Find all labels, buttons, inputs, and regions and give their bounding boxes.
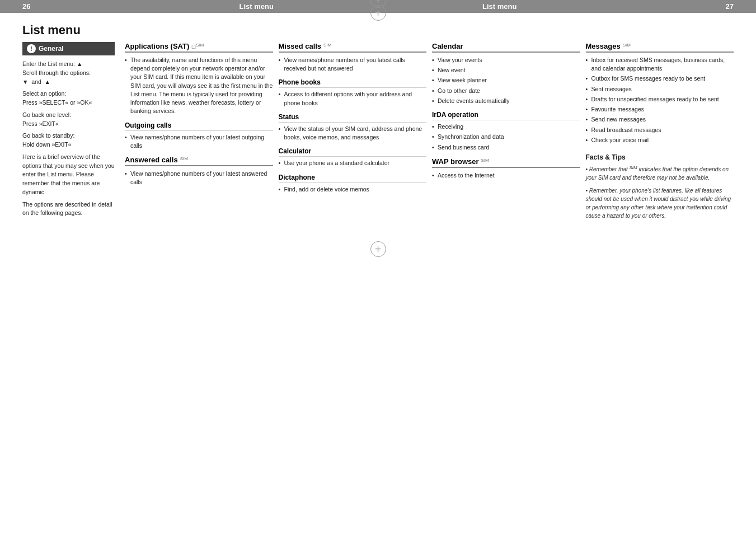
sidebar-para-1: Enter the List menu: ▲Scroll through the… xyxy=(22,60,115,86)
messages-title: Messages xyxy=(586,42,621,50)
exclaim-icon: ! xyxy=(27,44,36,53)
list-item: View names/phone numbers of you latest c… xyxy=(279,56,427,73)
list-item: Send business card xyxy=(432,143,580,152)
applications-heading: Applications (SAT) ☐︎SIM xyxy=(125,42,273,53)
calculator-heading: Calculator xyxy=(279,147,427,157)
list-item: Delete events automatically xyxy=(432,97,580,105)
answered-calls-heading: Answered calls SIM xyxy=(125,156,273,166)
page-number-right: 27 xyxy=(726,2,734,11)
sidebar-text: Enter the List menu: ▲Scroll through the… xyxy=(22,60,115,218)
sidebar-para-4: Go back to standby:Hold down »EXIT« xyxy=(22,132,115,149)
wap-browser-heading: WAP browser SIM xyxy=(432,157,580,168)
page-number-left: 26 xyxy=(22,2,30,11)
header-wrapper: 26 List menu List menu 27 xyxy=(0,0,756,13)
messages-sim-icon: SIM xyxy=(623,43,631,50)
applications-title: Applications (SAT) xyxy=(125,42,189,50)
list-item: Synchronization and data xyxy=(432,133,580,141)
status-heading: Status xyxy=(279,113,427,123)
irda-bullets: Receiving Synchronization and data Send … xyxy=(432,123,580,152)
list-item: Outbox for SMS messages ready to be sent xyxy=(586,74,734,83)
wap-browser-bullets: Access to the Internet xyxy=(432,171,580,180)
wap-browser-sim-icon: SIM xyxy=(481,158,489,165)
sidebar-para-5: Here is a brief overview of the options … xyxy=(22,153,115,197)
list-item: Use your phone as a standard calculator xyxy=(279,159,427,167)
col-calendar: Calendar View your events New event View… xyxy=(432,42,580,224)
wap-browser-title: WAP browser xyxy=(432,157,479,166)
list-item: Find, add or delete voice memos xyxy=(279,185,427,194)
calendar-heading: Calendar xyxy=(432,42,580,53)
dictaphone-heading: Dictaphone xyxy=(279,174,427,183)
crosshair-page-bottom xyxy=(370,241,386,257)
list-item: Read broadcast messages xyxy=(586,126,734,134)
sidebar: ! General Enter the List menu: ▲Scroll t… xyxy=(22,42,115,224)
messages-heading: Messages SIM xyxy=(586,42,734,53)
list-item: Sent messages xyxy=(586,85,734,93)
list-item: The availability, name and functions of … xyxy=(125,56,273,116)
applications-bullets: The availability, name and functions of … xyxy=(125,56,273,116)
messages-bullets: Inbox for received SMS messages, busines… xyxy=(586,56,734,144)
facts-tips-text: • Remember that SIM indicates that the o… xyxy=(586,165,734,220)
facts-tip-1: • Remember that SIM indicates that the o… xyxy=(586,165,734,182)
irda-heading: IrDA operation xyxy=(432,111,580,120)
page-wrapper: 26 List menu List menu 27 List menu ! Ge… xyxy=(0,0,756,258)
list-item: Access to different options with your ad… xyxy=(279,90,427,107)
list-item: View week planner xyxy=(432,76,580,85)
list-item: View your events xyxy=(432,56,580,64)
general-box: ! General xyxy=(22,42,115,55)
list-item: Go to other date xyxy=(432,87,580,95)
sidebar-para-6: The options are described in detail on t… xyxy=(22,200,115,218)
bottom-area xyxy=(0,241,756,258)
calendar-bullets: View your events New event View week pla… xyxy=(432,56,580,105)
answered-calls-bullets: View names/phone numbers of your latest … xyxy=(125,170,273,186)
columns: Applications (SAT) ☐︎SIM The availabilit… xyxy=(125,42,734,224)
header-title-right: List menu xyxy=(482,2,516,11)
facts-tips-heading: Facts & Tips xyxy=(586,153,734,161)
list-item: Favourite messages xyxy=(586,105,734,114)
calendar-title: Calendar xyxy=(432,42,463,50)
list-item: Access to the Internet xyxy=(432,171,580,180)
status-bullets: View the status of your SIM card, addres… xyxy=(279,125,427,142)
crosshair-bottom xyxy=(370,5,386,21)
list-item: New event xyxy=(432,66,580,74)
page-title: List menu xyxy=(22,23,734,38)
sidebar-para-2: Select an option:Press »SELECT« or »OK« xyxy=(22,90,115,107)
col-missed-calls: Missed calls SIM View names/phone number… xyxy=(279,42,427,224)
header-title-left: List menu xyxy=(240,2,274,11)
calculator-bullets: Use your phone as a standard calculator xyxy=(279,159,427,167)
applications-sim-icon: ☐︎SIM xyxy=(191,43,204,50)
list-item: Inbox for received SMS messages, busines… xyxy=(586,56,734,73)
sidebar-para-3: Go back one level:Press »EXIT« xyxy=(22,111,115,129)
answered-calls-sim-icon: SIM xyxy=(180,156,188,163)
dictaphone-bullets: Find, add or delete voice memos xyxy=(279,185,427,194)
missed-calls-sim-icon: SIM xyxy=(323,43,331,50)
list-item: Receiving xyxy=(432,123,580,131)
list-item: View names/phone numbers of your latest … xyxy=(125,133,273,150)
col-messages: Messages SIM Inbox for received SMS mess… xyxy=(586,42,734,224)
facts-tips: Facts & Tips • Remember that SIM indicat… xyxy=(586,153,734,220)
missed-calls-bullets: View names/phone numbers of you latest c… xyxy=(279,56,427,73)
outgoing-calls-heading: Outgoing calls xyxy=(125,121,273,131)
main-content: ! General Enter the List menu: ▲Scroll t… xyxy=(0,42,756,236)
answered-calls-title: Answered calls xyxy=(125,156,178,164)
general-heading: General xyxy=(39,45,64,53)
missed-calls-heading: Missed calls SIM xyxy=(279,42,427,53)
list-item: View the status of your SIM card, addres… xyxy=(279,125,427,142)
phone-books-heading: Phone books xyxy=(279,78,427,88)
col-applications: Applications (SAT) ☐︎SIM The availabilit… xyxy=(125,42,273,224)
list-item: Check your voice mail xyxy=(586,136,734,144)
list-item: View names/phone numbers of your latest … xyxy=(125,170,273,186)
list-item: Drafts for unspecified messages ready to… xyxy=(586,95,734,104)
outgoing-calls-bullets: View names/phone numbers of your latest … xyxy=(125,133,273,150)
facts-tip-2: • Remember, your phone's list features, … xyxy=(586,186,734,220)
missed-calls-title: Missed calls xyxy=(279,42,322,50)
list-item: Send new messages xyxy=(586,115,734,124)
phone-books-bullets: Access to different options with your ad… xyxy=(279,90,427,107)
